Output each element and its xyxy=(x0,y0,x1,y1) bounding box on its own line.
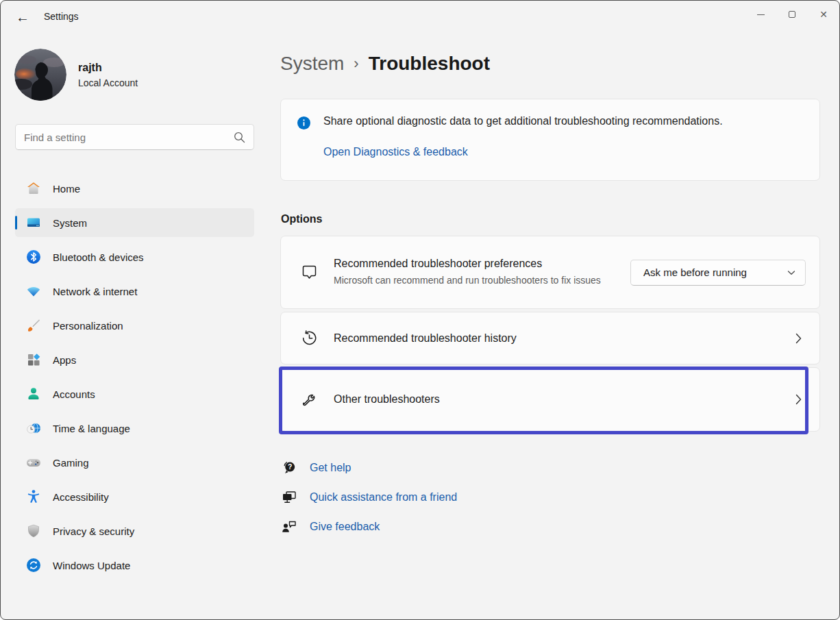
breadcrumb: System › Troubleshoot xyxy=(280,53,490,75)
svg-text:?: ? xyxy=(288,462,292,471)
sidebar-item-apps[interactable]: Apps xyxy=(15,345,254,374)
help-link-label: Quick assistance from a friend xyxy=(310,491,457,504)
settings-window: ← Settings ✕ xyxy=(0,0,840,620)
app-title: Settings xyxy=(44,11,79,22)
apps-icon xyxy=(25,351,42,368)
sidebar-item-label: Time & language xyxy=(53,423,130,434)
clock-globe-icon xyxy=(25,420,42,436)
sidebar-item-label: Accounts xyxy=(53,388,95,400)
bluetooth-icon xyxy=(25,249,42,265)
dropdown-selected-value: Ask me before running xyxy=(643,266,747,278)
sidebar-item-label: System xyxy=(53,217,87,229)
card-title: Other troubleshooters xyxy=(334,393,440,406)
card-title: Recommended troubleshooter preferences xyxy=(334,258,601,270)
preferences-dropdown[interactable]: Ask me before running xyxy=(630,260,806,286)
help-link-label: Get help xyxy=(310,462,351,474)
diagnostic-banner: Share optional diagnostic data to get ad… xyxy=(280,99,820,181)
person-feedback-icon xyxy=(281,519,299,535)
chevron-right-icon xyxy=(795,333,802,344)
sidebar-item-bluetooth-devices[interactable]: Bluetooth & devices xyxy=(15,243,254,271)
card-troubleshooter-preferences: Recommended troubleshooter preferences M… xyxy=(280,236,820,309)
sidebar-item-accounts[interactable]: Accounts xyxy=(15,380,254,408)
history-icon xyxy=(300,329,319,347)
chevron-right-icon xyxy=(795,394,802,405)
paintbrush-icon xyxy=(25,317,42,334)
feedback-bubble-icon xyxy=(300,263,319,282)
sidebar-item-network-internet[interactable]: Network & internet xyxy=(15,277,254,306)
close-icon: ✕ xyxy=(819,10,828,19)
dual-monitor-icon xyxy=(281,489,299,506)
info-icon xyxy=(297,116,310,180)
profile-account-type: Local Account xyxy=(78,77,138,88)
search-input[interactable] xyxy=(16,132,234,143)
card-other-troubleshooters[interactable]: Other troubleshooters xyxy=(280,367,820,432)
user-profile[interactable]: rajth Local Account xyxy=(14,49,138,101)
settings-nav: Home System xyxy=(15,174,254,585)
sidebar-item-label: Personalization xyxy=(53,320,123,332)
quick-assistance-link[interactable]: Quick assistance from a friend xyxy=(281,489,457,506)
give-feedback-link[interactable]: Give feedback xyxy=(281,519,457,535)
profile-name: rajth xyxy=(78,62,138,74)
system-icon xyxy=(25,214,42,231)
sidebar-item-accessibility[interactable]: Accessibility xyxy=(15,482,254,511)
open-diagnostics-feedback-link[interactable]: Open Diagnostics & feedback xyxy=(323,146,468,158)
sidebar-item-label: Home xyxy=(53,183,80,195)
sidebar-item-label: Accessibility xyxy=(53,491,109,503)
avatar xyxy=(14,49,66,101)
banner-message: Share optional diagnostic data to get ad… xyxy=(323,115,723,127)
sidebar-item-label: Privacy & security xyxy=(53,525,134,537)
sync-icon xyxy=(25,557,42,573)
help-bubble-icon: ? xyxy=(281,460,299,476)
card-title: Recommended troubleshooter history xyxy=(334,332,517,345)
card-troubleshooter-history[interactable]: Recommended troubleshooter history xyxy=(280,312,820,364)
gamepad-icon xyxy=(25,454,42,471)
breadcrumb-separator-icon: › xyxy=(354,55,358,73)
back-button[interactable]: ← xyxy=(10,6,35,28)
sidebar-item-system[interactable]: System xyxy=(15,208,254,237)
sidebar-item-label: Bluetooth & devices xyxy=(53,251,144,263)
card-description: Microsoft can recommend and run troubles… xyxy=(334,273,601,288)
wrench-icon xyxy=(300,390,319,409)
breadcrumb-system[interactable]: System xyxy=(280,53,344,75)
help-links: ? Get help Quick assistance from a frien… xyxy=(281,460,457,548)
help-link-label: Give feedback xyxy=(310,521,380,533)
sidebar-item-gaming[interactable]: Gaming xyxy=(15,448,254,477)
sidebar-item-windows-update[interactable]: Windows Update xyxy=(15,551,254,580)
home-icon xyxy=(25,180,42,197)
page-title: Troubleshoot xyxy=(369,53,490,75)
shield-icon xyxy=(25,523,42,539)
sidebar-item-label: Network & internet xyxy=(53,286,137,297)
sidebar-item-personalization[interactable]: Personalization xyxy=(15,311,254,340)
person-icon xyxy=(25,386,42,402)
search-box[interactable] xyxy=(15,124,254,150)
sidebar-item-time-language[interactable]: Time & language xyxy=(15,414,254,443)
get-help-link[interactable]: ? Get help xyxy=(281,460,457,476)
sidebar-item-home[interactable]: Home xyxy=(15,174,254,203)
back-arrow-icon: ← xyxy=(16,10,29,25)
sidebar-item-label: Apps xyxy=(53,354,76,366)
sidebar-item-label: Gaming xyxy=(53,457,89,469)
accessibility-icon xyxy=(25,488,42,505)
search-icon xyxy=(234,132,245,143)
wifi-icon xyxy=(25,283,42,299)
options-section-label: Options xyxy=(281,213,322,225)
main-content: System › Troubleshoot Share optional dia… xyxy=(280,1,820,620)
chevron-down-icon xyxy=(787,270,795,275)
sidebar-item-label: Windows Update xyxy=(53,560,130,571)
sidebar-item-privacy-security[interactable]: Privacy & security xyxy=(15,517,254,545)
